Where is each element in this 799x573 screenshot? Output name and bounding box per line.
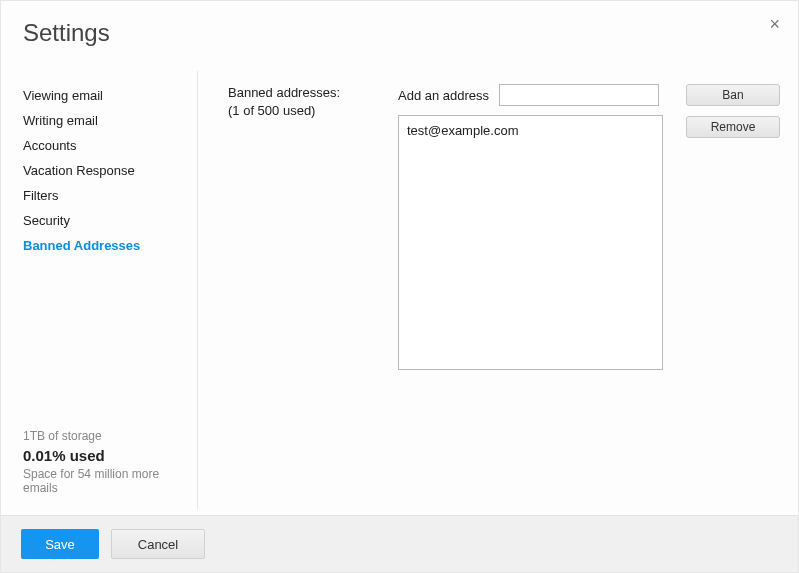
modal-footer: Save Cancel xyxy=(1,515,798,572)
banned-list[interactable]: test@example.com xyxy=(398,115,663,370)
sidebar-item-banned-addresses[interactable]: Banned Addresses xyxy=(23,233,197,258)
add-address-row: Add an address xyxy=(398,84,659,106)
storage-used: 0.01% used xyxy=(23,447,197,464)
ban-button[interactable]: Ban xyxy=(686,84,780,106)
sidebar-item-vacation-response[interactable]: Vacation Response xyxy=(23,158,197,183)
storage-summary: 1TB of storage 0.01% used Space for 54 m… xyxy=(23,429,197,509)
sidebar-item-viewing-email[interactable]: Viewing email xyxy=(23,83,197,108)
add-address-input[interactable] xyxy=(499,84,659,106)
cancel-button[interactable]: Cancel xyxy=(111,529,205,559)
section-sublabel: (1 of 500 used) xyxy=(228,103,315,118)
close-icon[interactable]: × xyxy=(769,15,780,33)
save-button[interactable]: Save xyxy=(21,529,99,559)
sidebar: Viewing email Writing email Accounts Vac… xyxy=(1,71,198,509)
sidebar-item-accounts[interactable]: Accounts xyxy=(23,133,197,158)
sidebar-item-filters[interactable]: Filters xyxy=(23,183,197,208)
storage-remaining: Space for 54 million more emails xyxy=(23,467,197,495)
sidebar-item-writing-email[interactable]: Writing email xyxy=(23,108,197,133)
settings-modal: × Settings Viewing email Writing email A… xyxy=(0,0,799,573)
modal-body: Viewing email Writing email Accounts Vac… xyxy=(1,71,798,509)
section-label: Banned addresses: xyxy=(228,85,340,100)
add-address-label: Add an address xyxy=(398,88,489,103)
action-buttons: Ban Remove xyxy=(686,84,780,138)
list-item[interactable]: test@example.com xyxy=(407,122,654,139)
page-title: Settings xyxy=(23,19,798,47)
nav-list: Viewing email Writing email Accounts Vac… xyxy=(23,83,197,258)
modal-header: Settings xyxy=(1,1,798,71)
remove-button[interactable]: Remove xyxy=(686,116,780,138)
main-panel: Banned addresses: (1 of 500 used) Add an… xyxy=(198,71,798,509)
sidebar-item-security[interactable]: Security xyxy=(23,208,197,233)
storage-capacity: 1TB of storage xyxy=(23,429,197,443)
